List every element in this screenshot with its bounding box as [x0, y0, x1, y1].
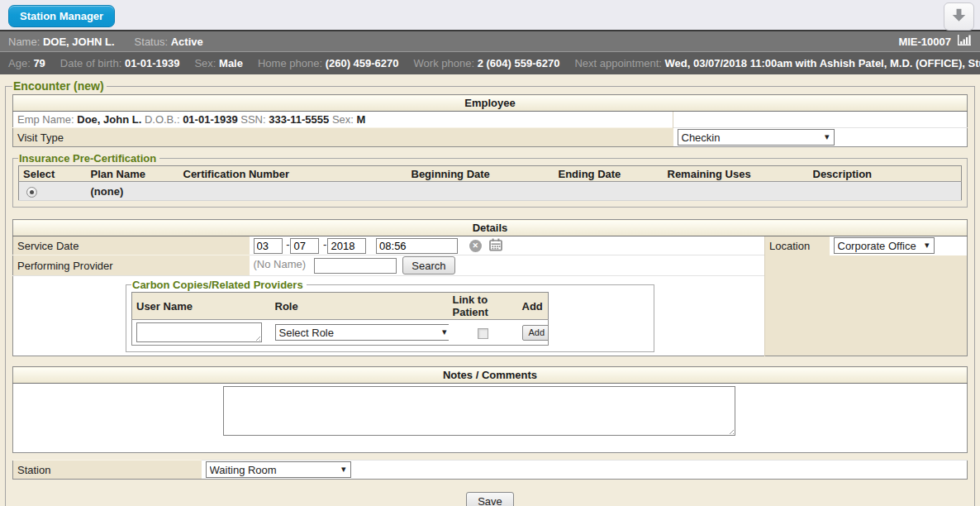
carbon-copies-fieldset: Carbon Copies/Related Providers User Nam…	[126, 279, 654, 352]
encounter-fieldset: Encounter (new) Employee Emp Name: Doe, …	[5, 79, 975, 506]
col-remaining-uses: Remaining Uses	[664, 166, 809, 182]
service-date-month-input[interactable]	[254, 238, 283, 254]
insurance-precert-table: Select Plan Name Certification Number Be…	[18, 165, 962, 201]
location-select[interactable]: Corporate Office	[834, 237, 935, 254]
col-ending-date: Ending Date	[554, 166, 664, 182]
download-button[interactable]	[944, 2, 974, 31]
date-separator: -	[323, 238, 326, 251]
emp-ssn-label: SSN:	[240, 113, 265, 126]
main-content: Encounter (new) Employee Emp Name: Doe, …	[0, 74, 980, 506]
visit-type-select[interactable]: Checkin	[678, 129, 835, 146]
location-label: Location	[765, 236, 830, 255]
plan-name-value: (none)	[87, 182, 179, 201]
employee-section-header: Employee	[13, 95, 968, 112]
date-separator: -	[286, 238, 289, 251]
employee-table: Employee Emp Name: Doe, John L. D.O.B.: …	[12, 94, 968, 147]
demographics-bar: Age: 79 Date of birth: 01-01-1939 Sex: M…	[0, 52, 980, 74]
visit-type-label: Visit Type	[13, 128, 673, 147]
notes-section-header: Notes / Comments	[13, 367, 968, 384]
status-value: Active	[171, 36, 203, 48]
top-bar: Station Manager	[0, 0, 980, 31]
col-role: Role	[271, 293, 449, 320]
col-plan-name: Plan Name	[87, 166, 179, 182]
employee-info: Emp Name: Doe, John L. D.O.B.: 01-01-193…	[13, 112, 673, 128]
col-beginning-date: Beginning Date	[407, 166, 554, 182]
work-phone-pair: Work phone: 2 (604) 559-6270	[414, 57, 560, 69]
emp-dob-label: D.O.B.:	[145, 113, 180, 126]
notes-table: Notes / Comments	[12, 366, 968, 453]
next-appointment-value: Wed, 03/07/2018 11:00am with Ashish Pate…	[665, 57, 980, 69]
emp-sex-label: Sex:	[332, 113, 354, 126]
clear-date-icon[interactable]	[469, 240, 482, 252]
station-label: Station	[13, 461, 202, 480]
patient-id: MIE-10007	[898, 36, 951, 48]
save-row: Save	[12, 492, 968, 506]
save-button[interactable]: Save	[466, 492, 514, 506]
user-name-input[interactable]	[136, 322, 262, 342]
dob-pair: Date of birth: 01-01-1939	[60, 57, 180, 69]
performing-provider-input[interactable]	[314, 258, 397, 274]
plan-none-radio[interactable]	[26, 187, 37, 198]
table-row: (none)	[19, 182, 962, 201]
service-date-day-input[interactable]	[290, 238, 319, 254]
col-select: Select	[19, 166, 87, 182]
service-date-year-input[interactable]	[327, 238, 366, 254]
age-label: Age:	[8, 57, 31, 69]
insurance-precert-title: Insurance Pre-Certification	[18, 152, 159, 165]
emp-ssn-value: 333-11-5555	[269, 113, 329, 126]
performing-provider-empty-text: (No Name)	[254, 258, 307, 270]
col-certification-number: Certification Number	[179, 166, 407, 182]
details-table: Details Service Date - -	[12, 219, 968, 356]
dob-value: 01-01-1939	[125, 57, 180, 69]
insurance-precert-fieldset: Insurance Pre-Certification Select Plan …	[12, 152, 968, 208]
station-select[interactable]: Waiting Room	[206, 461, 351, 478]
sex-value: Male	[219, 57, 243, 69]
link-to-patient-checkbox[interactable]	[478, 328, 488, 339]
name-label: Name:	[8, 36, 40, 48]
age-value: 79	[33, 57, 45, 69]
col-description: Description	[809, 166, 962, 182]
role-select[interactable]: Select Role	[275, 324, 449, 341]
emp-name-value: Doe, John L.	[77, 113, 141, 126]
details-section-header: Details	[13, 220, 968, 236]
details-right-spacer	[765, 255, 968, 356]
dob-label: Date of birth:	[60, 57, 121, 69]
service-time-input[interactable]	[376, 238, 458, 254]
next-appointment-pair: Next appointment: Wed, 03/07/2018 11:00a…	[574, 57, 980, 69]
work-phone-value: 2 (604) 559-6270	[478, 57, 560, 69]
col-user-name: User Name	[132, 293, 271, 320]
add-button[interactable]: Add	[522, 325, 549, 341]
status-label: Status:	[135, 36, 168, 48]
patient-status-pair: Status: Active	[135, 36, 203, 48]
work-phone-label: Work phone:	[414, 57, 474, 69]
home-phone-label: Home phone:	[258, 57, 322, 69]
emp-name-label: Emp Name:	[17, 113, 74, 126]
patient-name: DOE, JOHN L.	[43, 36, 115, 48]
carbon-copies-title: Carbon Copies/Related Providers	[131, 279, 307, 291]
station-table: Station Waiting Room	[12, 460, 968, 480]
notes-textarea[interactable]	[223, 386, 735, 436]
emp-sex-value: M	[357, 113, 366, 126]
patient-name-pair: Name: DOE, JOHN L.	[8, 36, 115, 48]
performing-provider-cell: (No Name) Search	[250, 255, 765, 276]
download-icon	[950, 7, 968, 26]
table-row: Select Role Add	[132, 320, 549, 346]
age-pair: Age: 79	[8, 57, 45, 69]
next-appointment-label: Next appointment:	[574, 57, 662, 69]
service-date-label: Service Date	[13, 236, 250, 255]
carbon-copies-table: User Name Role Link to Patient Add	[131, 292, 549, 346]
patient-bar: Name: DOE, JOHN L. Status: Active MIE-10…	[0, 31, 980, 52]
service-date-cell: - -	[250, 236, 765, 255]
sex-label: Sex:	[194, 57, 216, 69]
home-phone-pair: Home phone: (260) 459-6270	[258, 57, 399, 69]
search-button[interactable]: Search	[402, 256, 454, 274]
home-phone-value: (260) 459-6270	[326, 57, 399, 69]
chart-icon[interactable]	[957, 34, 972, 49]
station-manager-button[interactable]: Station Manager	[8, 5, 115, 27]
page-title: Encounter (new)	[12, 79, 107, 93]
performing-provider-label: Performing Provider	[13, 255, 250, 276]
col-add: Add	[518, 293, 549, 320]
col-link-to-patient: Link to Patient	[449, 293, 518, 320]
calendar-icon[interactable]	[489, 238, 502, 254]
sex-pair: Sex: Male	[194, 57, 243, 69]
